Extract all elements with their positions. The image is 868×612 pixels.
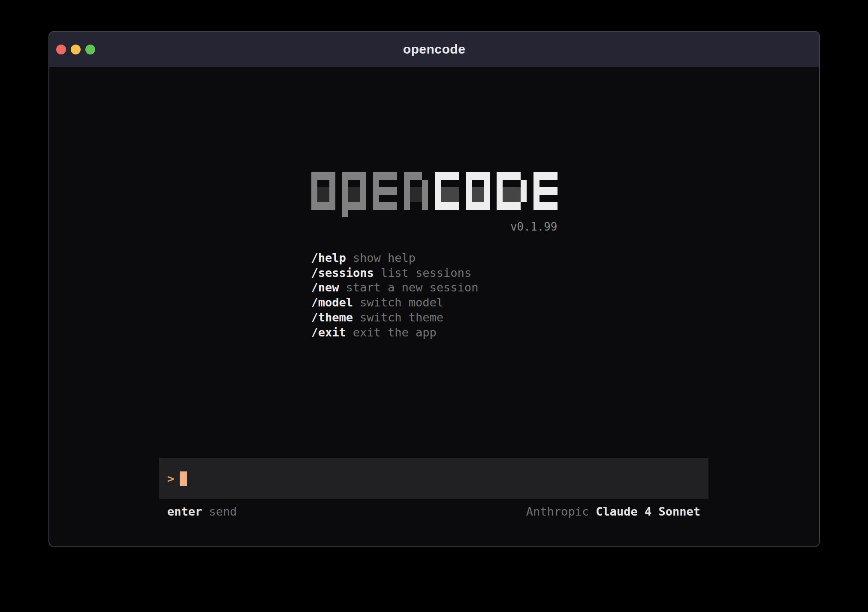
send-action-label: send: [209, 505, 237, 518]
opencode-window: opencode v0.1.99 /helpshow help/sessions…: [48, 31, 820, 547]
command-description: start a new session: [346, 281, 479, 294]
logo-letter-c: [435, 172, 459, 210]
keybind-hint: entersend: [167, 505, 237, 519]
version-label: v0.1.99: [311, 220, 558, 233]
command-row: /modelswitch model: [311, 295, 479, 310]
provider-label: Anthropic: [526, 505, 589, 518]
enter-key-label: enter: [167, 505, 202, 518]
command-name: /new: [311, 281, 339, 294]
command-name: /theme: [311, 311, 353, 324]
logo-letter-n: [404, 172, 428, 210]
command-row: /helpshow help: [311, 251, 479, 266]
command-description: switch theme: [360, 311, 443, 324]
command-description: switch model: [360, 296, 443, 309]
logo-letter-d: [497, 172, 527, 210]
desktop: opencode v0.1.99 /helpshow help/sessions…: [0, 0, 868, 612]
prompt-symbol: >: [167, 472, 174, 485]
command-description: list sessions: [381, 266, 471, 279]
logo-letter-o: [311, 172, 335, 210]
window-title: opencode: [403, 42, 466, 57]
zoom-button[interactable]: [85, 45, 95, 54]
model-label: Claude 4 Sonnet: [596, 505, 700, 518]
text-cursor: [180, 471, 187, 486]
command-row: /sessionslist sessions: [311, 266, 479, 281]
logo-letter-e: [533, 172, 558, 210]
command-name: /exit: [311, 326, 346, 339]
opencode-logo: v0.1.99: [311, 172, 558, 233]
terminal-content: v0.1.99 /helpshow help/sessionslist sess…: [49, 67, 819, 546]
command-row: /themeswitch theme: [311, 310, 479, 325]
status-bar: entersend AnthropicClaude 4 Sonnet: [159, 505, 708, 519]
command-name: /help: [311, 251, 346, 264]
command-row: /newstart a new session: [311, 280, 479, 295]
logo-letters: [311, 172, 558, 210]
command-help-list: /helpshow help/sessionslist sessions/new…: [311, 251, 479, 340]
model-indicator: AnthropicClaude 4 Sonnet: [526, 505, 700, 519]
logo-letter-e: [373, 172, 397, 210]
prompt-input[interactable]: >: [159, 458, 708, 499]
command-name: /model: [311, 296, 353, 309]
close-button[interactable]: [56, 45, 66, 54]
window-titlebar[interactable]: opencode: [49, 32, 819, 67]
command-row: /exitexit the app: [311, 325, 479, 340]
minimize-button[interactable]: [71, 45, 81, 54]
traffic-lights: [56, 32, 95, 67]
command-description: exit the app: [353, 326, 437, 339]
command-name: /sessions: [311, 266, 374, 279]
command-description: show help: [353, 251, 416, 264]
logo-letter-o: [466, 172, 490, 210]
logo-letter-p: [342, 172, 366, 217]
